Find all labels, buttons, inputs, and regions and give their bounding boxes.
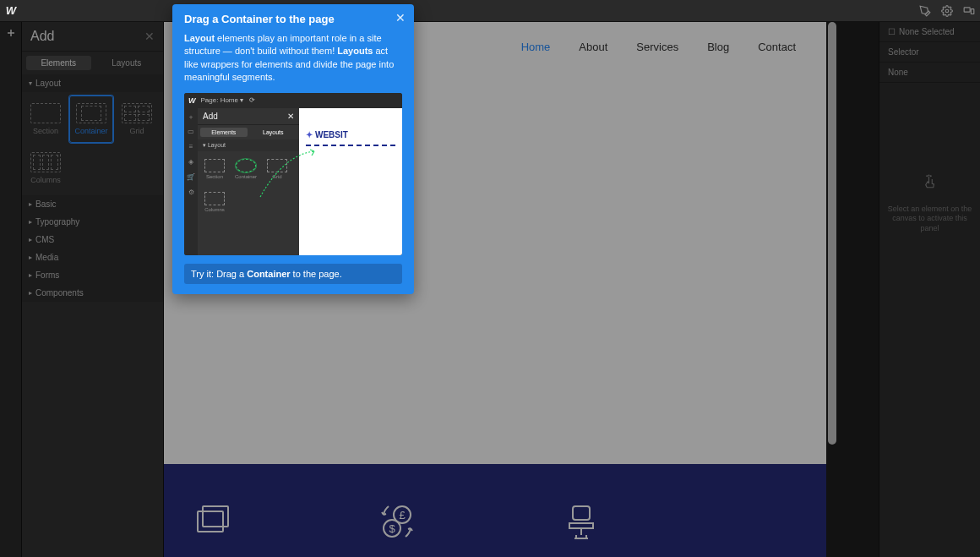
popover-demo-image: WPage: Home ▾ ⟳ ＋▭≡◈🛒⚙ Add✕ ElementsLayo…	[184, 93, 402, 255]
section-typography[interactable]: ▸Typography	[22, 213, 163, 231]
element-container[interactable]: Container	[69, 96, 113, 143]
nav-blog[interactable]: Blog	[707, 41, 729, 53]
svg-rect-4	[203, 506, 228, 527]
add-panel-title: Add	[30, 29, 54, 44]
feature-section[interactable]: £$	[164, 464, 826, 557]
svg-rect-9	[573, 506, 590, 520]
section-components[interactable]: ▸Components	[22, 284, 163, 302]
svg-text:£: £	[399, 509, 406, 522]
left-rail	[0, 22, 22, 557]
section-cms[interactable]: ▸CMS	[22, 231, 163, 248]
scrollbar-thumb[interactable]	[828, 22, 836, 445]
tutorial-popover: ✕ Drag a Container to the page Layout el…	[172, 4, 414, 294]
columns-icon	[30, 152, 61, 172]
popover-body: Layout elements play an important role i…	[184, 32, 402, 85]
add-element-button[interactable]	[0, 22, 22, 44]
svg-point-11	[926, 176, 927, 177]
svg-rect-1	[964, 7, 970, 11]
element-section[interactable]: Section	[24, 96, 68, 143]
selector-label: Selector	[879, 42, 980, 63]
close-icon[interactable]: ✕	[395, 11, 406, 25]
selected-element-row: ☐None Selected	[879, 22, 980, 42]
svg-rect-2	[971, 8, 974, 14]
close-icon[interactable]: ✕	[144, 30, 155, 43]
tab-layouts[interactable]: Layouts	[95, 56, 160, 70]
section-media[interactable]: ▸Media	[22, 248, 163, 266]
svg-point-10	[928, 175, 929, 176]
chair-icon	[561, 501, 602, 542]
gear-icon[interactable]	[936, 0, 958, 21]
currency-exchange-icon: £$	[377, 501, 417, 542]
tab-elements[interactable]: Elements	[26, 56, 91, 70]
section-layout-header[interactable]: ▾Layout	[22, 74, 163, 92]
section-icon	[30, 103, 61, 123]
try-it-instruction: Try it: Drag a Container to the page.	[184, 264, 402, 284]
svg-point-0	[945, 9, 949, 13]
webflow-logo[interactable]: W	[0, 0, 22, 22]
nav-home[interactable]: Home	[521, 41, 551, 53]
top-bar: W	[0, 0, 980, 22]
element-columns[interactable]: Columns	[24, 145, 68, 192]
grid-icon	[122, 103, 152, 123]
add-panel: Add ✕ Elements Layouts ▾Layout Section C…	[22, 22, 164, 557]
nav-services[interactable]: Services	[636, 41, 678, 53]
section-basic[interactable]: ▸Basic	[22, 195, 163, 213]
nav-about[interactable]: About	[579, 41, 607, 53]
paint-icon[interactable]	[914, 0, 936, 21]
panel-hint: Select an element on the canvas to activ…	[879, 140, 980, 268]
element-grid[interactable]: Grid	[115, 96, 159, 143]
section-layout: ▾Layout Section Container Grid Columns	[22, 74, 163, 195]
pointer-icon	[886, 174, 973, 194]
container-icon	[76, 103, 106, 123]
section-forms[interactable]: ▸Forms	[22, 266, 163, 284]
svg-text:$: $	[389, 522, 395, 535]
svg-point-12	[930, 176, 931, 177]
windows-icon	[193, 501, 233, 542]
devices-icon[interactable]	[958, 0, 980, 21]
nav-contact[interactable]: Contact	[758, 41, 796, 53]
style-panel: ☐None Selected Selector None Select an e…	[879, 22, 980, 557]
popover-title: Drag a Container to the page	[184, 13, 402, 25]
scrollbar[interactable]	[826, 22, 836, 557]
svg-rect-3	[198, 511, 223, 532]
add-panel-tabs: Elements Layouts	[22, 52, 163, 74]
selector-value[interactable]: None	[879, 63, 980, 83]
